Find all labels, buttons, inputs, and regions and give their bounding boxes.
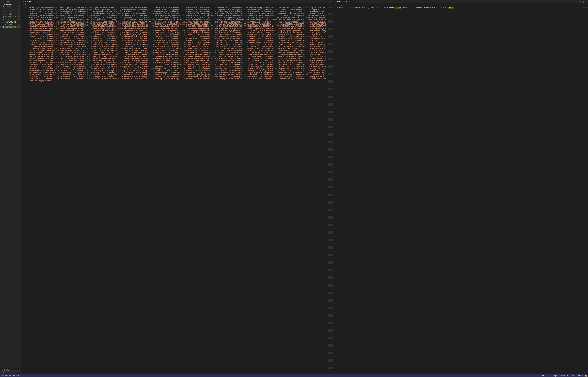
file-useragent-txt[interactable]: 🗎useragent.txtU [0, 26, 21, 28]
close-icon[interactable]: × [350, 1, 352, 3]
file-package-lock-json[interactable]: {}package-lock.jsonU [0, 15, 21, 18]
breadcrumb-right[interactable]: 🗎 useragent.txt [333, 3, 588, 6]
file-list: 🗎bda.txtU🗎decode.txtUJSindex.jsU⚙install… [0, 5, 21, 368]
file-icon: 🗎 [334, 1, 336, 3]
layout-icon[interactable]: ◫ [582, 1, 584, 3]
modified-indicator: U [18, 26, 20, 28]
gutter-left: 1 [21, 6, 27, 374]
json-icon: {} [2, 16, 4, 18]
tab-status: U [32, 1, 33, 3]
file-label: index.js [5, 11, 12, 13]
tab-status: U [349, 1, 350, 3]
file-label: start.bat [5, 23, 12, 25]
file-icon: 🗎 [2, 26, 4, 28]
encoding[interactable]: UTF-8 [563, 375, 568, 377]
modified-indicator: U [18, 6, 20, 8]
outline-section[interactable]: › OUTLINE [0, 369, 21, 371]
more-icon[interactable]: ⋯ [585, 1, 587, 3]
file-label: decode.txt [5, 8, 14, 10]
tab-bar-left: 🗎 bda.txt U ● ⋯ [21, 0, 333, 3]
editor-content-left[interactable]: ey2jdCI6lQzV2dIX3pibmoY0R2Ul1pDVZyTEWUqj… [27, 6, 327, 374]
editor-content-right[interactable]: Mozilla/5.0 (Windows NT 10.0; Win64; x64… [339, 6, 582, 374]
editor-group-left: 🗎 bda.txt U ● ⋯ 🗎 bda.txt 1 ey2jdC [21, 0, 333, 374]
file-label: install.bat [5, 13, 13, 15]
file-start-bat[interactable]: ⚙start.batU [0, 23, 21, 26]
explorer-title: EXPLORER [1, 1, 11, 2]
tab-bar-right: 🗎 useragent.txt U × ▭ ◫ ⋯ [333, 0, 588, 3]
breadcrumb-left[interactable]: 🗎 bda.txt [21, 3, 333, 6]
bat-icon: ⚙ [2, 13, 4, 15]
file-bda-txt[interactable]: 🗎bda.txtU [0, 5, 21, 8]
minimap-left[interactable] [327, 6, 333, 374]
minimap-right[interactable] [582, 6, 588, 374]
file-package-json[interactable]: {}package.jsonU [0, 18, 21, 21]
sidebar: EXPLORER ⋯ ▾ BDADECODE 🗎bda.txtU🗎decode.… [0, 0, 21, 374]
file-install-bat[interactable]: ⚙install.batU [0, 13, 21, 15]
language-mode[interactable]: Plain Text [576, 375, 583, 377]
json-icon: {} [2, 18, 4, 20]
timeline-section[interactable]: › TIMELINE [0, 371, 21, 374]
sync-icon: ⟳ [9, 375, 11, 377]
bat-icon: ⚙ [2, 24, 4, 25]
eol[interactable]: CRLF [570, 375, 574, 377]
problems-indicator[interactable]: ⊘ 0 ⚠ 0 [12, 375, 19, 377]
file-decode-txt[interactable]: 🗎decode.txtU [0, 8, 21, 11]
file-README-md[interactable]: ⓘREADME.md [0, 21, 21, 23]
project-header[interactable]: ▾ BDADECODE [0, 3, 21, 5]
file-icon: 🗎 [335, 4, 336, 6]
error-icon: ⊘ [12, 375, 14, 377]
chevron-down-icon: ▾ [1, 3, 1, 5]
branch-icon: ⎇ [1, 375, 3, 377]
gutter-right: 1 [333, 6, 339, 374]
project-name: BDADECODE [2, 3, 12, 5]
more-icon[interactable]: ⋯ [18, 1, 20, 2]
tab-bda[interactable]: 🗎 bda.txt U ● [21, 0, 36, 3]
modified-indicator: U [18, 24, 20, 25]
cursor-position[interactable]: Ln 1, Col 112 [542, 375, 552, 377]
modified-indicator: U [18, 13, 20, 15]
file-label: package-lock.json [5, 16, 18, 18]
editor-body-left[interactable]: 1 ey2jdCI6lQzV2dIX3pibmoY0R2Ul1pDVZyTEWU… [21, 6, 333, 374]
sync-button[interactable]: ⟳ [9, 375, 11, 377]
more-icon[interactable]: ⋯ [330, 1, 332, 3]
branch-indicator[interactable]: ⎇ main* [1, 375, 8, 377]
file-label: bda.txt [5, 6, 11, 8]
sidebar-header: EXPLORER ⋯ [0, 0, 21, 3]
indentation[interactable]: Spaces: 4 [554, 375, 562, 377]
warning-icon: ⚠ [16, 375, 17, 377]
file-label: package.json [5, 18, 16, 20]
editor-body-right[interactable]: 1 Mozilla/5.0 (Windows NT 10.0; Win64; x… [333, 6, 588, 374]
file-index-js[interactable]: JSindex.jsU [0, 11, 21, 13]
editor-group-right: 🗎 useragent.txt U × ▭ ◫ ⋯ 🗎 useragent.tx… [333, 0, 588, 374]
tab-useragent[interactable]: 🗎 useragent.txt U × [333, 0, 353, 3]
chevron-right-icon: › [1, 372, 2, 374]
file-label: README.md [5, 21, 16, 23]
chevron-right-icon: › [1, 369, 2, 371]
notifications-icon[interactable]: 🔔 [585, 375, 587, 377]
file-icon: 🗎 [23, 4, 25, 6]
md-icon: ⓘ [2, 21, 4, 23]
editor-area: 🗎 bda.txt U ● ⋯ 🗎 bda.txt 1 ey2jdC [21, 0, 588, 374]
file-icon: 🗎 [23, 1, 25, 3]
file-icon: 🗎 [2, 8, 4, 10]
radio-icon: ⓘ [20, 375, 22, 377]
modified-dot-icon: ● [34, 1, 35, 3]
modified-indicator: U [18, 16, 20, 18]
file-icon: 🗎 [2, 6, 4, 8]
modified-indicator: U [18, 18, 20, 20]
js-icon: JS [2, 11, 4, 13]
file-label: useragent.txt [5, 26, 16, 28]
status-bar: ⎇ main* ⟳ ⊘ 0 ⚠ 0 ⓘ 0 Ln 1, Col 112 Spac… [0, 374, 588, 377]
modified-indicator: U [18, 11, 20, 13]
modified-indicator: U [18, 8, 20, 10]
ports-indicator[interactable]: ⓘ 0 [20, 375, 23, 377]
split-icon[interactable]: ▭ [579, 1, 581, 3]
